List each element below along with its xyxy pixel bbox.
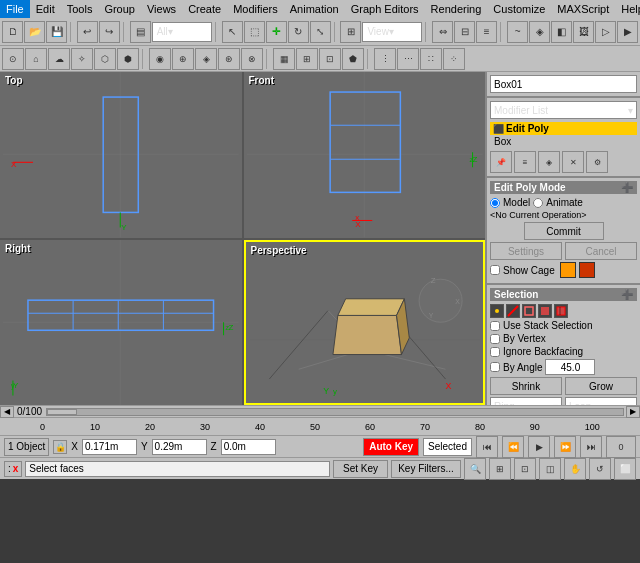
select-region-btn[interactable]: ⬚	[244, 21, 265, 43]
select-filter-btn[interactable]: ▤	[130, 21, 151, 43]
element-sel-btn[interactable]	[554, 304, 568, 318]
edge-sel-btn[interactable]	[506, 304, 520, 318]
tb2-btn10[interactable]: ⊛	[218, 48, 240, 70]
tb2-btn4[interactable]: ✧	[71, 48, 93, 70]
viewport-perspective[interactable]: Perspective Y X y	[244, 240, 486, 406]
menu-maxscript[interactable]: MAXScript	[551, 0, 615, 18]
key-filters-btn[interactable]: Key Filters...	[391, 460, 461, 478]
arc-rotate-btn[interactable]: ↺	[589, 458, 611, 480]
zoom-all-btn[interactable]: ⊞	[489, 458, 511, 480]
save-btn[interactable]: 💾	[46, 21, 67, 43]
settings-btn[interactable]: Settings	[490, 242, 562, 260]
min-max-btn[interactable]: ⬜	[614, 458, 636, 480]
tb2-btn3[interactable]: ☁	[48, 48, 70, 70]
goto-start-btn[interactable]: ⏮	[476, 436, 498, 458]
tb2-btn7[interactable]: ◉	[149, 48, 171, 70]
layer-btn[interactable]: ≡	[476, 21, 497, 43]
cage-color2[interactable]	[579, 262, 595, 278]
y-coord[interactable]: 0.29m	[152, 439, 207, 455]
menu-group[interactable]: Group	[98, 0, 141, 18]
menu-tools[interactable]: Tools	[61, 0, 99, 18]
cancel-btn[interactable]: Cancel	[565, 242, 637, 260]
by-angle-value[interactable]	[545, 359, 595, 375]
grow-btn[interactable]: Grow	[565, 377, 637, 395]
rotate-btn[interactable]: ↻	[288, 21, 309, 43]
scroll-left-btn[interactable]: ◀	[0, 406, 14, 418]
tb2-btn6[interactable]: ⬢	[117, 48, 139, 70]
horizontal-scrollbar[interactable]: ◀ 0 / 100 ▶	[0, 405, 640, 417]
reference-btn[interactable]: ⊞	[340, 21, 361, 43]
mirror-btn[interactable]: ⇔	[432, 21, 453, 43]
zoom-btn[interactable]: 🔍	[464, 458, 486, 480]
menu-modifiers[interactable]: Modifiers	[227, 0, 284, 18]
tb2-btn17[interactable]: ⋯	[397, 48, 419, 70]
vertex-sel-btn[interactable]	[490, 304, 504, 318]
animate-radio[interactable]	[533, 198, 543, 208]
frame-num-btn[interactable]: 0	[606, 436, 636, 458]
curve-btn[interactable]: ~	[507, 21, 528, 43]
menu-customize[interactable]: Customize	[487, 0, 551, 18]
scroll-track[interactable]	[46, 408, 624, 416]
scroll-thumb[interactable]	[47, 409, 77, 415]
menu-edit[interactable]: Edit	[30, 0, 61, 18]
tb2-btn12[interactable]: ▦	[273, 48, 295, 70]
render-setup-btn[interactable]: 🖼	[573, 21, 594, 43]
by-vertex-checkbox[interactable]	[490, 334, 500, 344]
menu-file[interactable]: File	[0, 0, 30, 18]
mat-editor-btn[interactable]: ◧	[551, 21, 572, 43]
tb2-btn14[interactable]: ⊡	[319, 48, 341, 70]
configure-mod-sets-btn[interactable]: ⚙	[586, 151, 608, 173]
pin-stack-btn[interactable]: 📌	[490, 151, 512, 173]
cage-color1[interactable]	[560, 262, 576, 278]
tb2-btn15[interactable]: ⬟	[342, 48, 364, 70]
viewport-top[interactable]: Top X Y	[0, 72, 242, 238]
edit-poly-modifier[interactable]: ⬛ Edit Poly	[490, 122, 637, 135]
view-dropdown[interactable]: View ▾	[362, 22, 422, 42]
shrink-btn[interactable]: Shrink	[490, 377, 562, 395]
modifier-list-dropdown[interactable]: Modifier List ▾	[490, 101, 637, 119]
tb2-btn2[interactable]: ⌂	[25, 48, 47, 70]
show-cage-checkbox[interactable]	[490, 265, 500, 275]
by-angle-checkbox[interactable]	[490, 362, 500, 372]
box-modifier[interactable]: Box	[490, 135, 637, 148]
border-sel-btn[interactable]	[522, 304, 536, 318]
redo-btn[interactable]: ↪	[99, 21, 120, 43]
x-coord[interactable]: 0.171m	[82, 439, 137, 455]
align-btn[interactable]: ⊟	[454, 21, 475, 43]
new-file-btn[interactable]: 🗋	[2, 21, 23, 43]
menu-create[interactable]: Create	[182, 0, 227, 18]
menu-help[interactable]: Help	[615, 0, 640, 18]
render-frame-btn[interactable]: ▶	[617, 21, 638, 43]
object-name-input[interactable]	[490, 75, 637, 93]
move-btn[interactable]: ✛	[266, 21, 287, 43]
make-unique-btn[interactable]: ◈	[538, 151, 560, 173]
scroll-right-btn[interactable]: ▶	[626, 406, 640, 418]
viewport-right[interactable]: Right Y Z y z	[0, 240, 242, 406]
remove-mod-btn[interactable]: ✕	[562, 151, 584, 173]
schematic-btn[interactable]: ◈	[529, 21, 550, 43]
menu-rendering[interactable]: Rendering	[425, 0, 488, 18]
z-coord[interactable]: 0.0m	[221, 439, 276, 455]
select-filter-dropdown[interactable]: All ▾	[152, 22, 212, 42]
loop-dropdown[interactable]: Loop ▾	[565, 397, 637, 405]
tb2-btn13[interactable]: ⊞	[296, 48, 318, 70]
tb2-btn19[interactable]: ⁘	[443, 48, 465, 70]
tb2-btn5[interactable]: ⬡	[94, 48, 116, 70]
menu-animation[interactable]: Animation	[284, 0, 345, 18]
select-btn[interactable]: ↖	[222, 21, 243, 43]
menu-views[interactable]: Views	[141, 0, 182, 18]
tb2-btn11[interactable]: ⊗	[241, 48, 263, 70]
tb2-btn8[interactable]: ⊕	[172, 48, 194, 70]
viewport-front[interactable]: Front X Z x z	[244, 72, 486, 238]
tb2-btn16[interactable]: ⋮	[374, 48, 396, 70]
model-radio[interactable]	[490, 198, 500, 208]
tb2-btn18[interactable]: ∷	[420, 48, 442, 70]
zoom-extents-btn[interactable]: ⊡	[514, 458, 536, 480]
prev-frame-btn[interactable]: ⏪	[502, 436, 524, 458]
play-btn[interactable]: ▶	[528, 436, 550, 458]
lock-icon[interactable]: 🔒	[53, 440, 67, 454]
goto-end-btn[interactable]: ⏭	[580, 436, 602, 458]
render-btn[interactable]: ▷	[595, 21, 616, 43]
scale-btn[interactable]: ⤡	[310, 21, 331, 43]
ring-dropdown[interactable]: Ring ▾	[490, 397, 562, 405]
